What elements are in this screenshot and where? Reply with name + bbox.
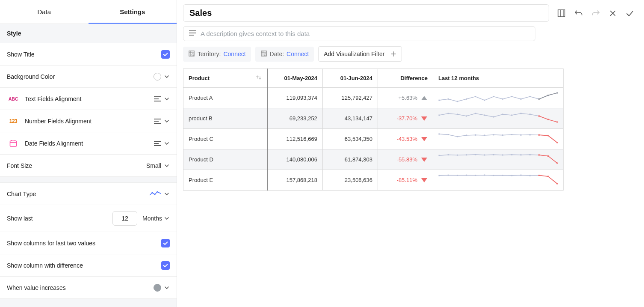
svg-rect-91 (438, 175, 440, 176)
data-table-wrap: Product 01-May-2024 01-Jun-2024 Differen… (183, 69, 638, 191)
svg-rect-68 (502, 134, 503, 136)
col-date1-header[interactable]: 01-May-2024 (267, 69, 322, 88)
col-product-header[interactable]: Product (189, 75, 210, 81)
plus-icon (389, 49, 398, 59)
col-last12-header[interactable]: Last 12 months (433, 69, 563, 88)
svg-rect-74 (556, 142, 558, 143)
paragraph-icon (189, 30, 196, 37)
svg-point-14 (154, 194, 155, 195)
align-left-icon (154, 140, 161, 146)
svg-rect-62 (448, 134, 449, 135)
svg-rect-34 (466, 98, 467, 100)
description-input[interactable]: A description gives context to this data (183, 26, 535, 41)
svg-rect-59 (556, 122, 558, 123)
svg-rect-98 (502, 175, 503, 176)
table-row: Product C112,516,66963,534,350-43.53% (183, 129, 564, 149)
svg-rect-52 (493, 116, 494, 118)
cell-product: Product C (183, 129, 268, 149)
cell-date1: 140,080,006 (267, 149, 322, 170)
data-table: Product 01-May-2024 01-Jun-2024 Differen… (183, 69, 564, 191)
filter-territory-connect-link[interactable]: Connect (223, 51, 245, 57)
svg-rect-76 (438, 155, 440, 156)
redo-button[interactable] (591, 9, 600, 18)
svg-marker-60 (421, 137, 427, 141)
svg-rect-58 (547, 119, 549, 120)
show-title-checkbox[interactable] (161, 50, 170, 59)
triangle-down-icon (421, 136, 428, 142)
row-background-color: Background Color (0, 66, 177, 88)
chevron-down-icon (164, 191, 170, 197)
svg-rect-96 (484, 175, 485, 176)
date-align-select[interactable] (154, 140, 170, 146)
main-panel: Sales A description gives context to thi… (177, 0, 644, 307)
svg-rect-47 (448, 113, 449, 114)
sidebar-tabs: Data Settings (0, 0, 177, 24)
header-row: Sales (183, 4, 638, 22)
settings-sidebar: Data Settings Style Show Title Backgroun… (0, 0, 177, 307)
svg-rect-48 (457, 114, 458, 115)
svg-rect-80 (475, 154, 476, 155)
svg-rect-70 (520, 134, 522, 136)
number-align-select[interactable] (154, 118, 170, 124)
cell-difference: -85.11% (378, 170, 433, 191)
svg-rect-89 (556, 163, 558, 164)
svg-rect-94 (466, 175, 467, 176)
svg-rect-101 (529, 175, 531, 176)
svg-rect-54 (511, 115, 512, 116)
section-gap (0, 299, 177, 307)
svg-rect-24 (189, 51, 194, 56)
visualization-title-input[interactable]: Sales (183, 4, 549, 22)
chevron-down-icon (164, 163, 170, 169)
show-last-input[interactable] (112, 211, 137, 226)
background-color-label: Background Color (7, 73, 55, 80)
col-date2-header[interactable]: 01-Jun-2024 (322, 69, 378, 88)
chevron-down-icon (164, 118, 170, 124)
filters-row: Territory: Connect Date: Connect Add Vis… (183, 46, 638, 62)
cell-date2: 125,792,427 (322, 88, 378, 108)
filter-date-connect-link[interactable]: Connect (287, 51, 309, 57)
grid-icon (557, 9, 566, 18)
sparkline-chart (438, 174, 558, 185)
tab-data[interactable]: Data (0, 0, 89, 24)
chart-type-select[interactable] (149, 191, 170, 197)
sort-icon[interactable] (256, 75, 262, 82)
text-align-select[interactable] (154, 96, 170, 102)
date-align-label: Date Fields Alignment (25, 140, 83, 147)
tab-settings[interactable]: Settings (89, 0, 177, 24)
background-color-picker[interactable] (154, 73, 170, 80)
add-filter-button[interactable]: Add Visualization Filter (318, 46, 402, 62)
font-size-value: Small (146, 162, 161, 169)
undo-button[interactable] (574, 9, 583, 18)
confirm-button[interactable] (625, 9, 635, 18)
svg-rect-79 (466, 154, 467, 155)
svg-rect-69 (511, 134, 512, 135)
when-increases-color-select[interactable] (154, 284, 170, 292)
cell-date2: 43,134,147 (322, 108, 378, 129)
cell-difference: -43.53% (378, 129, 433, 149)
grid-view-button[interactable] (557, 9, 566, 18)
svg-rect-82 (493, 154, 494, 155)
close-button[interactable] (608, 9, 617, 18)
svg-rect-57 (538, 116, 540, 117)
svg-rect-31 (438, 100, 440, 101)
cell-sparkline (433, 170, 563, 191)
row-text-align: ABC Text Fields Alignment (0, 88, 177, 110)
chart-type-label: Chart Type (7, 191, 36, 197)
cell-product: Product E (183, 170, 268, 191)
svg-rect-39 (511, 96, 512, 97)
show-difference-checkbox[interactable] (161, 261, 170, 270)
svg-rect-46 (438, 115, 440, 116)
svg-rect-84 (511, 154, 512, 155)
font-size-select[interactable]: Small (146, 162, 170, 169)
svg-rect-44 (556, 92, 558, 94)
sparkline-chart (438, 133, 558, 143)
cell-product: product B (183, 108, 268, 129)
row-show-last: Show last Months (0, 205, 177, 232)
row-show-difference: Show column with difference (0, 254, 177, 277)
col-diff-header[interactable]: Difference (378, 69, 433, 88)
svg-rect-102 (538, 175, 540, 176)
show-last-two-checkbox[interactable] (161, 239, 170, 247)
show-last-unit-select[interactable]: Months (142, 215, 170, 222)
filter-icon (260, 50, 267, 58)
text-type-icon: ABC (9, 96, 18, 101)
